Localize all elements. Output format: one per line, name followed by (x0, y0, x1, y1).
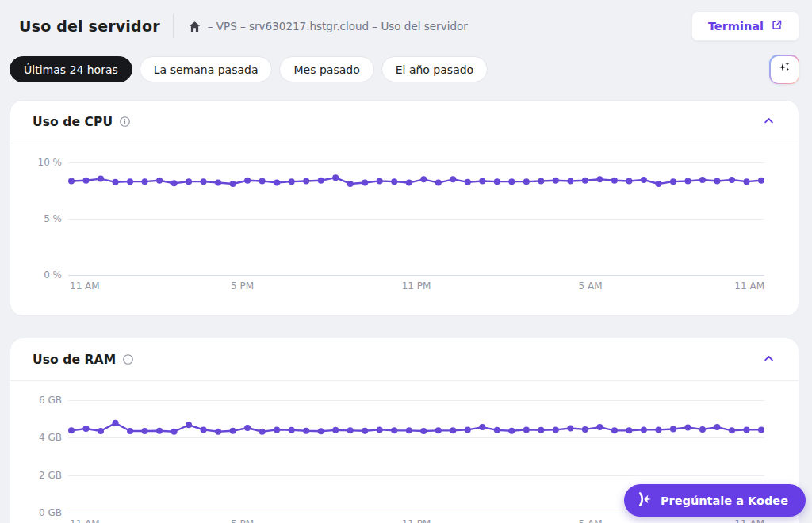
info-icon[interactable] (119, 116, 131, 128)
home-icon[interactable] (188, 20, 201, 33)
filter-last-24-hours[interactable]: Últimas 24 horas (10, 56, 132, 82)
x-tick-label: 11 AM (734, 281, 764, 292)
filter-last-year[interactable]: El año pasado (381, 56, 488, 82)
y-tick-label: 0 GB (29, 507, 62, 518)
y-tick-label: 6 GB (29, 395, 62, 406)
x-tick-label: 11 AM (734, 518, 764, 523)
cpu-usage-card: Uso de CPU 10 %5 %0 % 11 AM5 PM11 PM5 AM… (10, 100, 799, 316)
breadcrumb-text: – VPS – srv630217.hstgr.cloud – Uso del … (208, 20, 468, 32)
x-tick-label: 5 PM (231, 518, 254, 523)
y-tick-label: 10 % (29, 157, 62, 168)
x-tick-label: 5 AM (578, 281, 602, 292)
gridline (68, 275, 764, 276)
y-tick-label: 0 % (29, 269, 62, 281)
page-header: Uso del servidor – VPS – srv630217.hstgr… (19, 11, 799, 41)
breadcrumb: – VPS – srv630217.hstgr.cloud – Uso del … (188, 20, 468, 33)
cpu-collapse-chevron[interactable] (760, 112, 778, 132)
x-tick-label: 11 PM (402, 518, 431, 523)
cpu-chart-body: 10 %5 %0 % 11 AM5 PM11 PM5 AM11 AM (10, 143, 799, 315)
external-link-icon (771, 19, 783, 33)
x-tick-label: 5 PM (231, 281, 254, 292)
filter-last-week[interactable]: La semana pasada (140, 56, 273, 82)
cpu-chart: 10 %5 %0 % 11 AM5 PM11 PM5 AM11 AM (68, 162, 764, 293)
x-tick-label: 11 PM (402, 281, 431, 292)
ask-kodee-button[interactable]: Pregúntale a Kodee (624, 484, 806, 517)
x-axis-labels: 11 AM5 PM11 PM5 AM11 AM (68, 281, 764, 293)
page-title: Uso del servidor (19, 17, 160, 35)
time-range-filters: Últimas 24 horas La semana pasada Mes pa… (10, 55, 799, 84)
ai-assistant-button[interactable] (769, 55, 799, 84)
terminal-button[interactable]: Terminal (691, 11, 799, 41)
server-usage-page: Uso del servidor – VPS – srv630217.hstgr… (0, 0, 812, 523)
x-axis-labels: 11 AM5 PM11 PM5 AM11 AM (68, 518, 764, 523)
plot-area: 10 %5 %0 % (68, 162, 764, 275)
y-tick-label: 4 GB (29, 432, 62, 443)
chevron-up-icon (763, 353, 775, 367)
x-tick-label: 5 AM (578, 518, 602, 523)
y-tick-label: 2 GB (29, 470, 62, 481)
x-tick-label: 11 AM (70, 518, 100, 523)
y-tick-label: 5 % (29, 213, 62, 224)
sparkles-icon (776, 59, 793, 79)
ram-collapse-chevron[interactable] (760, 349, 778, 370)
x-tick-label: 11 AM (70, 281, 100, 292)
chevron-up-icon (763, 115, 775, 129)
ask-kodee-label: Pregúntale a Kodee (661, 494, 788, 507)
kodee-icon (635, 491, 653, 510)
cpu-card-title: Uso de CPU (33, 115, 113, 129)
cpu-card-header: Uso de CPU (10, 101, 799, 143)
terminal-button-label: Terminal (708, 20, 764, 32)
header-divider (173, 14, 174, 38)
ram-card-header: Uso de RAM (10, 338, 799, 381)
filter-last-month[interactable]: Mes pasado (279, 56, 373, 82)
ram-card-title: Uso de RAM (33, 353, 116, 367)
info-icon[interactable] (122, 353, 134, 365)
